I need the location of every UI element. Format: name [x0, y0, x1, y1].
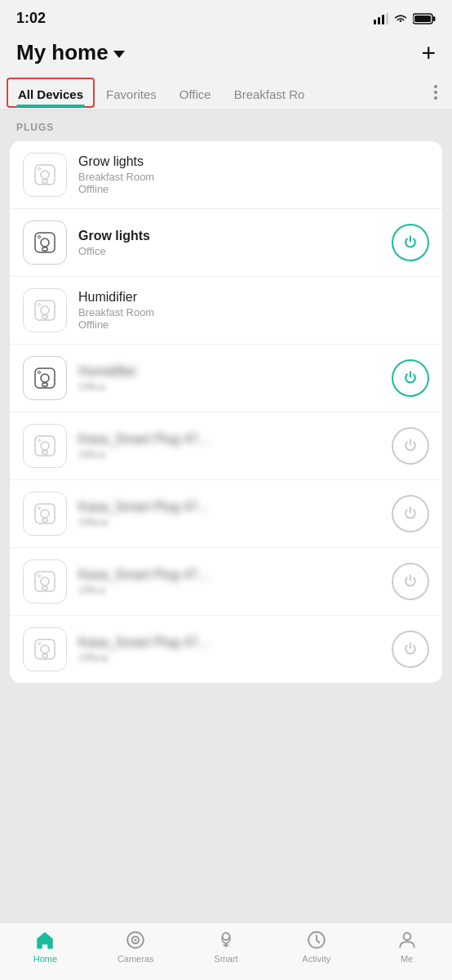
- power-button-off[interactable]: [392, 495, 429, 532]
- svg-rect-33: [42, 586, 47, 590]
- status-icons: [374, 13, 436, 24]
- svg-point-30: [38, 507, 41, 510]
- svg-point-14: [38, 236, 41, 238]
- device-name: Grow lights: [78, 229, 380, 243]
- nav-item-cameras[interactable]: Cameras: [111, 929, 160, 964]
- device-icon: [23, 559, 67, 604]
- svg-rect-17: [42, 315, 47, 318]
- device-location: Breakfast Room: [78, 171, 429, 183]
- svg-point-32: [41, 577, 49, 586]
- device-icon: [23, 492, 67, 536]
- power-icon: [402, 573, 419, 590]
- device-info: Kasa_Smart Plug 47... Office: [78, 568, 380, 596]
- header-title[interactable]: My home: [16, 40, 125, 65]
- nav-item-smart[interactable]: Smart: [202, 929, 250, 964]
- device-item: Humidifier Breakfast Room Offline: [10, 277, 442, 345]
- power-icon: [402, 641, 419, 657]
- power-button-on[interactable]: [392, 359, 429, 397]
- tab-favorites[interactable]: Favorites: [95, 78, 168, 108]
- bottom-nav: Home Cameras Smart: [0, 922, 452, 980]
- nav-label-activity: Activity: [302, 954, 330, 964]
- svg-rect-3: [386, 13, 388, 24]
- svg-point-8: [41, 171, 49, 179]
- device-name: Humidifier: [78, 290, 429, 305]
- signal-icon: [374, 13, 388, 24]
- battery-icon: [413, 13, 436, 24]
- device-item: Kasa_Smart Plug 47... Offline: [10, 480, 442, 548]
- power-button-off[interactable]: [392, 427, 429, 465]
- device-icon: [23, 220, 67, 265]
- power-button-on[interactable]: [392, 224, 429, 261]
- device-name: Kasa_Smart Plug 47...: [78, 432, 380, 447]
- device-icon: [23, 288, 67, 332]
- device-info: Kasa_Smart Plug 47... Offline: [78, 500, 380, 528]
- status-time: 1:02: [16, 10, 46, 27]
- device-info: Kasa_Smart Plug 47... Office: [78, 432, 380, 461]
- svg-rect-1: [378, 17, 380, 24]
- device-icon: [23, 356, 67, 400]
- add-button[interactable]: +: [421, 41, 436, 65]
- device-location: Offline: [78, 516, 380, 528]
- home-icon: [34, 929, 55, 951]
- device-item: Kasa_Smart Plug 47... Office: [10, 412, 442, 480]
- power-icon: [402, 438, 419, 454]
- status-bar: 1:02: [0, 0, 452, 33]
- tab-more-button[interactable]: [426, 75, 445, 109]
- device-name: Kasa_Smart Plug 47...: [78, 568, 380, 582]
- tab-breakfast-ro[interactable]: Breakfast Ro: [223, 78, 317, 108]
- chevron-down-icon: [113, 51, 125, 58]
- device-item: Kasa_Smart Plug 47... Office: [10, 548, 442, 616]
- svg-rect-25: [42, 451, 47, 454]
- svg-point-38: [38, 643, 41, 645]
- nav-label-cameras: Cameras: [117, 954, 154, 964]
- tab-office[interactable]: Office: [168, 78, 223, 108]
- device-item: Kasa_Smart Plug 47... Offline: [10, 616, 442, 683]
- svg-point-12: [41, 238, 49, 247]
- device-item: Humidifier Office: [10, 345, 442, 412]
- svg-rect-21: [42, 383, 47, 386]
- tab-all-devices[interactable]: All Devices: [7, 78, 95, 108]
- power-button-off[interactable]: [392, 630, 429, 668]
- nav-item-me[interactable]: Me: [383, 929, 432, 964]
- svg-point-20: [41, 374, 49, 382]
- device-list: Grow lights Breakfast Room Offline Grow …: [10, 141, 442, 683]
- svg-rect-37: [42, 654, 47, 657]
- svg-point-42: [223, 933, 230, 940]
- nav-item-activity[interactable]: Activity: [292, 929, 341, 964]
- svg-point-10: [38, 168, 41, 171]
- svg-rect-0: [374, 20, 376, 24]
- device-info: Humidifier Office: [78, 364, 380, 393]
- nav-label-home: Home: [33, 954, 57, 964]
- svg-point-34: [38, 575, 41, 577]
- device-icon: [23, 153, 67, 197]
- activity-icon: [306, 929, 327, 951]
- svg-point-16: [41, 306, 49, 314]
- device-status: Offline: [78, 318, 429, 331]
- svg-rect-29: [42, 519, 47, 522]
- device-location: Office: [78, 584, 380, 596]
- wifi-icon: [393, 13, 408, 24]
- svg-rect-6: [414, 16, 431, 22]
- svg-point-41: [135, 938, 137, 941]
- me-icon: [397, 929, 418, 951]
- svg-rect-9: [42, 180, 47, 183]
- device-icon: [23, 424, 67, 468]
- device-location: Office: [78, 245, 380, 257]
- device-location: Office: [78, 448, 380, 461]
- tab-bar: All Devices Favorites Office Breakfast R…: [0, 75, 452, 110]
- device-name: Humidifier: [78, 364, 380, 379]
- nav-label-me: Me: [401, 954, 413, 964]
- svg-point-22: [38, 372, 41, 374]
- power-icon: [402, 370, 419, 386]
- svg-point-45: [403, 933, 410, 940]
- smart-icon: [215, 929, 237, 951]
- device-info: Grow lights Breakfast Room Offline: [78, 154, 429, 195]
- header: My home +: [0, 33, 452, 75]
- device-info: Grow lights Office: [78, 229, 380, 257]
- power-icon: [402, 506, 419, 522]
- svg-rect-2: [382, 15, 384, 24]
- nav-item-home[interactable]: Home: [20, 929, 69, 964]
- device-item: Grow lights Office: [10, 209, 442, 277]
- power-button-off[interactable]: [392, 563, 429, 600]
- device-name: Kasa_Smart Plug 47...: [78, 500, 380, 514]
